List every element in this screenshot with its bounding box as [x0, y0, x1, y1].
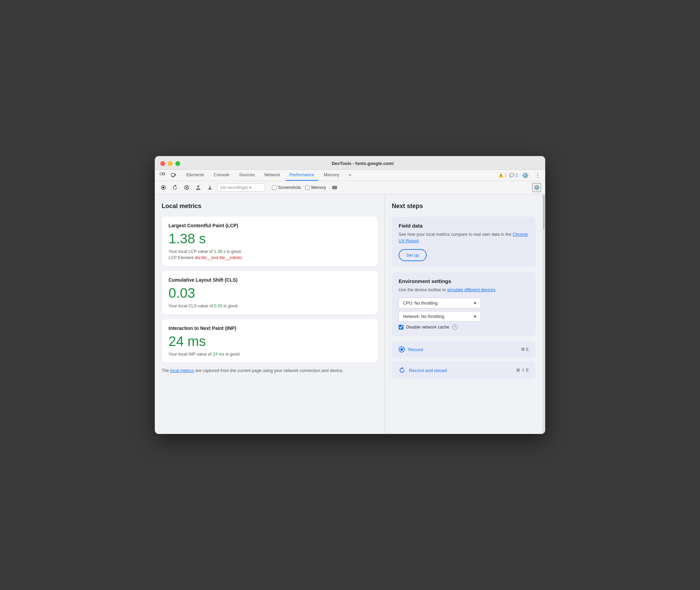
performance-settings-icon[interactable]: ⚙️ [532, 183, 541, 192]
recordings-dropdown[interactable]: (no recordings) ▾ [217, 183, 265, 192]
svg-point-7 [162, 187, 164, 189]
info-badge[interactable]: 💬 2 [509, 173, 518, 178]
disable-cache-checkbox[interactable] [399, 325, 403, 330]
network-throttling-dropdown[interactable]: Network: No throttling ▾ [399, 311, 481, 322]
lcp-name: Largest Contentful Paint (LCP) [168, 223, 371, 228]
environment-settings-card: Environment settings Use the device tool… [392, 272, 536, 336]
inp-desc: Your local INP value of 24 ms is good. [168, 352, 371, 357]
record-shortcut: ⌘ E [521, 347, 529, 352]
disable-cache-label: Disable network cache [406, 325, 449, 330]
window-title: DevTools - fonts.google.com/ [186, 161, 540, 166]
tab-console[interactable]: Console [210, 170, 234, 181]
field-data-title: Field data [399, 223, 529, 229]
inspect-icon[interactable] [158, 170, 167, 180]
devtools-window: DevTools - fonts.google.com/ Elements Co… [155, 156, 545, 434]
tab-memory[interactable]: Memory [320, 170, 343, 181]
right-panel: Next steps Field data See how your local… [385, 194, 542, 434]
setup-button[interactable]: Set up [399, 249, 427, 261]
minimize-button[interactable] [168, 161, 173, 166]
record-card[interactable]: Record ⌘ E [392, 341, 536, 358]
record-reload-label: Record and reload [409, 368, 447, 373]
lcp-desc: Your local LCP value of 1.38 s is good. [168, 249, 371, 254]
field-data-card: Field data See how your local metrics co… [392, 217, 536, 267]
close-button[interactable] [160, 161, 165, 166]
record-button[interactable] [159, 183, 168, 192]
reload-icon [399, 367, 405, 374]
title-bar: DevTools - fonts.google.com/ [155, 156, 545, 170]
local-metrics-link[interactable]: local metrics [170, 368, 194, 373]
left-panel: Local metrics Largest Contentful Paint (… [155, 194, 385, 434]
scrollbar[interactable] [542, 194, 545, 434]
screenshots-checkbox[interactable]: Screenshots [272, 185, 301, 190]
main-content: Local metrics Largest Contentful Paint (… [155, 194, 545, 434]
env-settings-desc: Use the device toolbar to simulate diffe… [399, 287, 529, 293]
comment-icon: 💬 [509, 173, 514, 178]
tab-sources[interactable]: Sources [235, 170, 259, 181]
cpu-throttling-dropdown[interactable]: CPU: No throttling ▾ [399, 298, 481, 308]
record-dot [400, 348, 403, 351]
chevron-down-icon: ▾ [474, 314, 476, 319]
tab-performance[interactable]: Performance [286, 170, 318, 181]
record-reload-shortcut: ⌘ ⇧ E [516, 368, 529, 373]
svg-rect-1 [163, 173, 165, 175]
record-reload-card[interactable]: Record and reload ⌘ ⇧ E [392, 361, 536, 379]
footer-text: The local metrics are captured from the … [162, 368, 378, 374]
lcp-element: LCP Element div.tile__text.tile__roboto [168, 255, 371, 260]
tab-bar: Elements Console Sources Network Perform… [155, 170, 545, 181]
traffic-lights [160, 161, 180, 166]
more-options-icon[interactable]: ⋮ [533, 170, 542, 180]
record-reload-action-left: Record and reload [399, 367, 447, 374]
lcp-element-link[interactable]: div.tile__text.tile__roboto [195, 255, 242, 260]
svg-rect-2 [171, 174, 175, 176]
svg-rect-3 [175, 174, 176, 176]
reload-button[interactable] [171, 183, 179, 192]
cls-card: Cumulative Layout Shift (CLS) 0.03 Your … [162, 271, 378, 315]
warning-icon: ⚠️ [498, 173, 503, 178]
warning-badge[interactable]: ⚠️ 1 [498, 173, 507, 178]
lcp-value: 1.38 s [168, 231, 371, 246]
lcp-card: Largest Contentful Paint (LCP) 1.38 s Yo… [162, 217, 378, 266]
next-steps-title: Next steps [392, 203, 536, 210]
inp-name: Interaction to Next Paint (INP) [168, 325, 371, 331]
tab-icon-group [158, 170, 178, 180]
memory-icon[interactable] [330, 183, 339, 192]
device-icon[interactable] [168, 170, 178, 180]
clear-button[interactable] [182, 183, 191, 192]
record-action-left: Record [399, 346, 423, 352]
toolbar-options: Screenshots Memory [272, 183, 339, 192]
simulate-devices-link[interactable]: simulate different devices [447, 287, 496, 292]
local-metrics-title: Local metrics [162, 203, 378, 210]
tab-elements[interactable]: Elements [182, 170, 208, 181]
chevron-down-icon: ▾ [474, 300, 476, 306]
svg-rect-0 [160, 173, 162, 175]
download-button[interactable] [205, 183, 214, 192]
field-data-desc: See how your local metrics compare to re… [399, 231, 529, 244]
record-label: Record [408, 347, 423, 352]
chevron-down-icon: ▾ [249, 185, 251, 190]
help-icon[interactable]: ? [452, 324, 458, 330]
env-settings-title: Environment settings [399, 278, 529, 284]
inp-card: Interaction to Next Paint (INP) 24 ms Yo… [162, 319, 378, 363]
disable-cache-row: Disable network cache ? [399, 324, 529, 330]
inp-value: 24 ms [168, 334, 371, 349]
maximize-button[interactable] [175, 161, 180, 166]
settings-icon[interactable]: ⚙️ [521, 170, 530, 180]
tab-network[interactable]: Network [260, 170, 284, 181]
record-circle-icon [399, 346, 405, 352]
upload-button[interactable] [194, 183, 203, 192]
cls-value: 0.03 [168, 285, 371, 301]
toolbar: (no recordings) ▾ Screenshots Memory [155, 181, 545, 194]
tab-bar-right: ⚠️ 1 💬 2 ⚙️ ⋮ [498, 170, 542, 180]
tab-more[interactable]: » [345, 170, 355, 181]
cls-desc: Your local CLS value of 0.03 is good. [168, 304, 371, 308]
cls-name: Cumulative Layout Shift (CLS) [168, 277, 371, 283]
memory-checkbox[interactable]: Memory [305, 185, 326, 190]
